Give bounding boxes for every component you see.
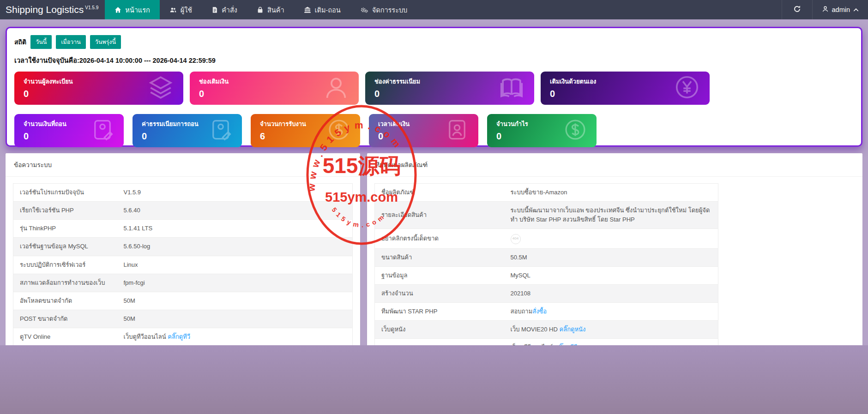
user-menu[interactable]: admin [813,0,868,19]
document-pen-icon [90,118,115,144]
stat-cards-row-1: จำนวนผู้ลงทะเบียน 0 ช่องเติมเงิน 0 ช่องค… [14,72,854,105]
nav-item-label: ผู้ใช้ [181,5,192,15]
refresh-button[interactable] [782,0,812,19]
table-row: POST ขนาดจำกัด50M [13,310,353,328]
range-button-yesterday[interactable]: เมื่อวาน [56,35,86,49]
nav-item-label: สินค้า [267,5,284,15]
stat-card-topup-channel: ช่องเติมเงิน 0 [190,72,359,105]
table-row: รุ่น ThinkPHP5.1.41 LTS [13,220,353,238]
table-row: ชื่อผลิตภัณฑ์ระบบซื้อขาย-Amazon [375,184,718,202]
nav-item-deposit-withdraw[interactable]: เติม-ถอน [294,0,350,19]
app-version: V1.5.9 [85,5,98,10]
table-row: เวอร์ชันโปรแกรมปัจจุบันV1.5.9 [13,184,353,202]
layers-icon [147,74,174,102]
nav-item-label: จัดการระบบ [372,5,408,15]
stat-card-registered-users: จำนวนผู้ลงทะเบียน 0 [14,72,183,105]
table-row: เว็บดูหนัง เว็บ MOVIE20 HD คลิ๊กดูหนัง [375,321,718,339]
username: admin [832,6,850,13]
nav-item-users[interactable]: ผู้ใช้ [160,0,202,19]
top-navbar: Shipping Logistics V1.5.9 หน้าแรก ผู้ใช้… [0,0,868,19]
stat-card-jobs-received: จำนวนการรับงาน 6 [251,114,360,147]
stat-card-fee-channel: ช่องค่าธรรมเนียม 0 [365,72,534,105]
document-pen-icon [209,118,233,144]
table-row: สภาพแวดล้อมการทำงานของเว็บfpm-fcgi [13,274,353,292]
watch-movie-link[interactable]: คลิ๊กดูหนัง [559,326,585,333]
main-menu: หน้าแรก ผู้ใช้ คำสั่ง สินค้า เติม-ถอน [105,0,417,19]
table-row: ฐานข้อมูลMySQL [375,266,718,284]
users-icon [169,6,177,13]
range-button-today[interactable]: วันนี้ [30,35,52,49]
table-row: เรียกใช้เวอร์ชัน PHP5.6.40 [13,202,353,220]
nav-item-label: เติม-ถอน [315,5,341,15]
page-footer-band [0,345,868,414]
nav-item-home[interactable]: หน้าแรก [105,0,160,19]
table-row: ขนาดสินค้า50.5M [375,248,718,266]
table-row: ระบบปฏิบัติการเซิร์ฟเวอร์Linux [13,256,353,274]
stat-card-topup-time: เวลาเติมเงิน 0 [369,114,478,147]
nav-item-products[interactable]: สินค้า [247,0,294,19]
file-icon [211,6,218,13]
open-book-icon [498,74,525,102]
navbar-right: admin [782,0,868,19]
range-button-tomorrow[interactable]: วันพรุ่งนี้ [90,35,121,49]
panel-title: ข้อความระบบ [6,153,360,177]
product-info-panel: ทีมพัฒนาผลิตภัณฑ์ ชื่อผลิตภัณฑ์ระบบซื้อข… [367,153,862,364]
app-brand: Shipping Logistics V1.5.9 [0,0,105,19]
system-info-table: เวอร์ชันโปรแกรมปัจจุบันV1.5.9 เรียกใช้เว… [13,183,353,346]
chevron-up-icon [853,6,859,13]
table-row: สร้างจำนวน202108 [375,284,718,302]
bank-icon [304,6,311,13]
system-info-panel: ข้อความระบบ เวอร์ชันโปรแกรมปัจจุบันV1.5.… [6,153,360,354]
order-link[interactable]: สั่งซื้อ [532,308,547,315]
nav-item-label: คำสั่ง [222,5,237,15]
user-icon [323,74,350,102]
table-row: เวอร์ชันฐานข้อมูล MySQL5.6.50-log [13,238,353,256]
stats-card: สถิติ วันนี้ เมื่อวาน วันพรุ่งนี้ เวลาใช… [6,27,862,147]
current-time-range: เวลาใช้งานปัจจุบันคือ:2026-04-14 10:00:0… [14,55,854,66]
table-row: ดูTV Online เว็บดูทีวีออนไลน์ คลิ๊กดูทีว… [13,328,353,346]
refresh-icon [793,5,801,15]
stat-card-withdraw-fee: ค่าธรรมเนียมการถอน 0 [133,114,242,147]
broken-image-badge[interactable]: 404 [511,234,521,244]
product-info-table: ชื่อผลิตภัณฑ์ระบบซื้อขาย-Amazon รายละเอี… [374,183,718,357]
table-row: รายละเอียดสินค้าระบบนี้พัฒนามาจากเว็บแอพ… [375,202,718,229]
yen-icon [674,74,700,102]
stats-label: สถิติ [14,37,26,47]
stat-cards-row-2: จำนวนเงินที่ถอน 0 ค่าธรรมเนียมการถอน 0 จ… [14,114,854,147]
home-icon [115,6,121,13]
watch-tv-link[interactable]: คลิ๊กดูทีวี [168,333,190,340]
nav-item-orders[interactable]: คำสั่ง [202,0,247,19]
stat-card-withdraw-amount: จำนวนเงินที่ถอน 0 [14,114,124,147]
table-row: อัพโหลดขนาดจำกัด50M [13,292,353,310]
table-row: ทีมพัฒนา STAR PHP สอบถามสั่งซื้อ [375,303,718,321]
dollar-coin-icon [563,118,587,144]
bag-icon [257,6,264,13]
table-row: อย่าคลิกตรงนี้เด็ดขาด 404 [375,229,718,248]
dollar-coin-icon [327,118,351,144]
gears-icon [360,6,368,13]
app-title: Shipping Logistics [6,4,84,15]
panel-title: ทีมพัฒนาผลิตภัณฑ์ [367,153,862,177]
person-icon [822,6,829,14]
nav-item-system[interactable]: จัดการระบบ [350,0,417,19]
stat-card-self-topup: เติมเงินด้วยตนเอง 0 [541,72,710,105]
stat-card-profit: จำนวนกำไร 0 [487,114,597,147]
nav-item-label: หน้าแรก [125,5,150,15]
id-card-icon [445,118,469,144]
